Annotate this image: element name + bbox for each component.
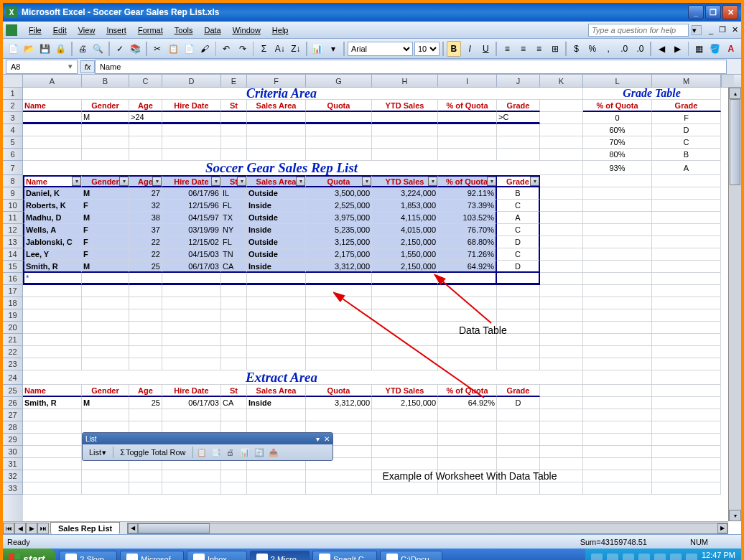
vertical-scrollbar[interactable]: ▴ ▾ xyxy=(728,88,741,521)
insert-row-marker[interactable]: * xyxy=(23,273,82,285)
align-center-icon[interactable]: ≡ xyxy=(516,41,530,57)
list-toolbar-options-icon[interactable]: ▾ xyxy=(316,435,320,443)
row-header-20[interactable]: 20 xyxy=(3,322,23,334)
scroll-down-button[interactable]: ▾ xyxy=(729,510,741,521)
list-tb-icon-4[interactable]: 📊 xyxy=(239,447,251,458)
row-header-28[interactable]: 28 xyxy=(3,421,23,434)
row-header-2[interactable]: 2 xyxy=(3,100,23,112)
paste-icon[interactable]: 📄 xyxy=(182,41,196,57)
tray-icon[interactable] xyxy=(607,554,618,560)
col-header-a[interactable]: A xyxy=(23,75,82,87)
row-header-8[interactable]: 8 xyxy=(3,175,23,187)
filter-dropdown-st[interactable]: ▾ xyxy=(237,177,246,186)
start-button[interactable]: start xyxy=(3,549,56,560)
merge-center-icon[interactable]: ⊞ xyxy=(548,41,562,57)
row-header-16[interactable]: 16 xyxy=(3,273,23,285)
permission-icon[interactable]: 🔒 xyxy=(54,41,68,57)
copy-icon[interactable]: 📋 xyxy=(166,41,180,57)
list-tb-icon-5[interactable]: 🔄 xyxy=(254,447,265,458)
taskbar-item[interactable]: 2 Skyp... xyxy=(59,551,117,560)
more-icon[interactable]: ▾ xyxy=(326,41,340,57)
horizontal-scrollbar[interactable]: ◀ ▶ xyxy=(127,523,728,534)
row-header-15[interactable]: 15 xyxy=(3,261,23,273)
row-header-18[interactable]: 18 xyxy=(3,297,23,309)
row-header-32[interactable]: 32 xyxy=(3,470,23,482)
row-header-23[interactable]: 23 xyxy=(3,358,23,370)
row-header-29[interactable]: 29 xyxy=(3,434,23,446)
menu-data[interactable]: Data xyxy=(198,24,226,37)
row-header-12[interactable]: 12 xyxy=(3,224,23,236)
worksheet-grid[interactable]: A B C D E F G H I J K L M 12345678910111… xyxy=(3,75,741,534)
row-header-22[interactable]: 22 xyxy=(3,346,23,358)
scroll-right-button[interactable]: ▶ xyxy=(717,523,727,533)
tray-icon[interactable] xyxy=(686,554,697,560)
row-header-31[interactable]: 31 xyxy=(3,458,23,470)
col-header-g[interactable]: G xyxy=(306,75,372,87)
help-search-input[interactable] xyxy=(588,24,689,37)
col-header-k[interactable]: K xyxy=(540,75,583,87)
format-painter-icon[interactable]: 🖌 xyxy=(197,41,212,57)
scroll-left-button[interactable]: ◀ xyxy=(128,523,138,533)
tab-nav-next[interactable]: ▶ xyxy=(26,523,37,534)
row-header-10[interactable]: 10 xyxy=(3,200,23,212)
align-right-icon[interactable]: ≡ xyxy=(531,41,546,57)
save-icon[interactable]: 💾 xyxy=(37,41,52,57)
autosum-icon[interactable]: Σ xyxy=(256,41,271,57)
filter-dropdown-pct[interactable]: ▾ xyxy=(487,177,496,186)
tab-nav-first[interactable]: ⏮ xyxy=(3,523,14,534)
tray-icon[interactable] xyxy=(591,554,603,560)
row-header-4[interactable]: 4 xyxy=(3,124,23,136)
print-icon[interactable]: 🖨 xyxy=(75,41,90,57)
filter-dropdown-area[interactable]: ▾ xyxy=(296,177,305,186)
list-tb-icon-2[interactable]: 📑 xyxy=(210,447,222,458)
row-header-17[interactable]: 17 xyxy=(3,285,23,297)
underline-button[interactable]: U xyxy=(478,41,493,57)
tray-icon[interactable] xyxy=(670,554,682,560)
row-header-24[interactable]: 24 xyxy=(3,370,23,385)
row-header-33[interactable]: 33 xyxy=(3,482,23,495)
col-header-d[interactable]: D xyxy=(162,75,221,87)
minimize-button[interactable]: _ xyxy=(688,5,704,19)
col-header-f[interactable]: F xyxy=(247,75,306,87)
list-tb-icon-1[interactable]: 📋 xyxy=(196,447,208,458)
taskbar-item[interactable]: SnagIt C... xyxy=(312,551,377,560)
col-header-b[interactable]: B xyxy=(82,75,129,87)
fill-color-icon[interactable]: 🪣 xyxy=(708,41,722,57)
row-header-5[interactable]: 5 xyxy=(3,136,23,149)
menu-tools[interactable]: Tools xyxy=(169,24,199,37)
hscroll-thumb[interactable] xyxy=(138,523,210,533)
list-toolbar[interactable]: List ▾✕ List ▾ Σ Toggle Total Row 📋 📑 🖨 … xyxy=(82,432,333,461)
scroll-thumb[interactable] xyxy=(730,99,740,185)
filter-dropdown-quota[interactable]: ▾ xyxy=(362,177,371,186)
undo-icon[interactable]: ↶ xyxy=(219,41,233,57)
scroll-up-button[interactable]: ▴ xyxy=(729,88,741,99)
tray-icon[interactable] xyxy=(654,554,666,560)
menu-file[interactable]: File xyxy=(23,24,47,37)
redo-icon[interactable]: ↷ xyxy=(235,41,249,57)
preview-icon[interactable]: 🔍 xyxy=(91,41,106,57)
col-header-l[interactable]: L xyxy=(583,75,652,87)
row-header-30[interactable]: 30 xyxy=(3,446,23,458)
col-header-h[interactable]: H xyxy=(372,75,438,87)
system-tray[interactable]: 12:47 PMThursday xyxy=(585,549,741,560)
taskbar-clock[interactable]: 12:47 PMThursday xyxy=(702,551,735,560)
increase-indent-icon[interactable]: ▶ xyxy=(670,41,684,57)
align-left-icon[interactable]: ≡ xyxy=(500,41,514,57)
col-header-i[interactable]: I xyxy=(438,75,497,87)
maximize-button[interactable]: ❐ xyxy=(705,5,721,19)
menu-view[interactable]: View xyxy=(73,24,101,37)
row-header-25[interactable]: 25 xyxy=(3,385,23,397)
row-header-26[interactable]: 26 xyxy=(3,397,23,409)
list-toolbar-close-icon[interactable]: ✕ xyxy=(324,435,330,443)
menu-format[interactable]: Format xyxy=(132,24,169,37)
close-button[interactable]: ✕ xyxy=(722,5,738,19)
filter-dropdown-ytd[interactable]: ▾ xyxy=(428,177,437,186)
row-header-11[interactable]: 11 xyxy=(3,212,23,224)
new-icon[interactable]: 📄 xyxy=(6,41,20,57)
row-header-19[interactable]: 19 xyxy=(3,309,23,322)
select-all-button[interactable] xyxy=(3,75,23,87)
col-header-j[interactable]: J xyxy=(497,75,540,87)
increase-decimal-icon[interactable]: .0 xyxy=(617,41,631,57)
percent-icon[interactable]: % xyxy=(585,41,600,57)
filter-dropdown-grade[interactable]: ▾ xyxy=(530,177,539,186)
